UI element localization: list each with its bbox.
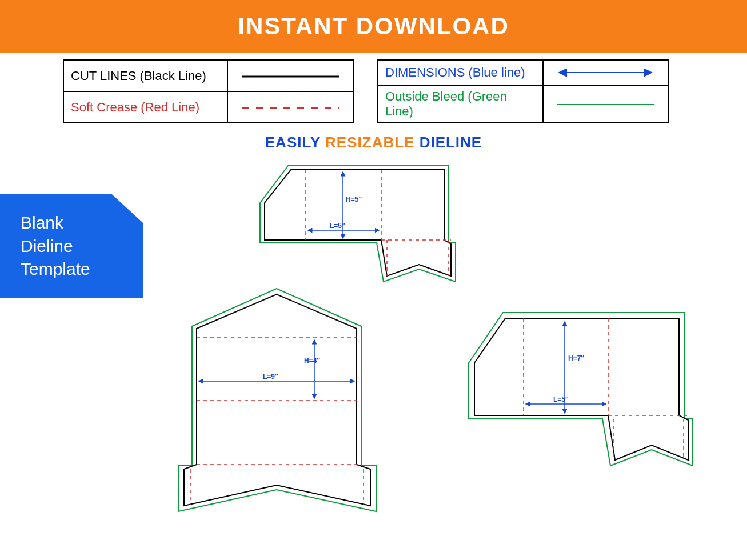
legend-right-table: DIMENSIONS (Blue line) Outside Bleed (Gr…	[377, 59, 669, 123]
subtitle-w3: DIELINE	[420, 134, 482, 151]
subtitle-w2: RESIZABLE	[325, 134, 414, 151]
subtitle: EASILY RESIZABLE DIELINE	[0, 134, 747, 151]
legend-dimensions: DIMENSIONS (Blue line)	[378, 60, 543, 85]
badge-line1: Blank	[21, 211, 126, 235]
subtitle-w1: EASILY	[265, 134, 321, 151]
legend-bleed: Outside Bleed (Green Line)	[378, 85, 543, 123]
legend-crease-sample	[227, 91, 354, 123]
dim-h: H=7″	[568, 354, 584, 362]
legend-row: CUT LINES (Black Line) Soft Crease (Red …	[0, 53, 747, 123]
header-title: INSTANT DOWNLOAD	[238, 13, 509, 39]
legend-cut-sample	[227, 60, 354, 91]
dim-l: L=5″	[553, 395, 569, 403]
badge-line3: Template	[21, 258, 126, 281]
legend-left-table: CUT LINES (Black Line) Soft Crease (Red …	[63, 59, 354, 123]
legend-bleed-sample	[543, 85, 668, 123]
dim-l: L=5″	[330, 222, 345, 230]
dim-h: H=4″	[304, 357, 320, 365]
dim-h: H=5″	[346, 195, 362, 203]
badge-line2: Dieline	[21, 235, 126, 258]
dieline-left: H=4″ L=9″	[171, 283, 383, 523]
dieline-top: H=5″ L=5″	[254, 157, 466, 294]
dim-l: L=9″	[263, 373, 278, 381]
legend-soft-crease: Soft Crease (Red Line)	[63, 91, 227, 123]
side-badge: Blank Dieline Template	[0, 194, 143, 298]
content-area: Blank Dieline Template H=5″ L=5″	[0, 151, 747, 551]
header-banner: INSTANT DOWNLOAD	[0, 0, 747, 53]
legend-dim-sample	[543, 60, 668, 85]
legend-cut-lines: CUT LINES (Black Line)	[63, 60, 227, 91]
dieline-right: H=7″ L=5″	[463, 306, 703, 477]
